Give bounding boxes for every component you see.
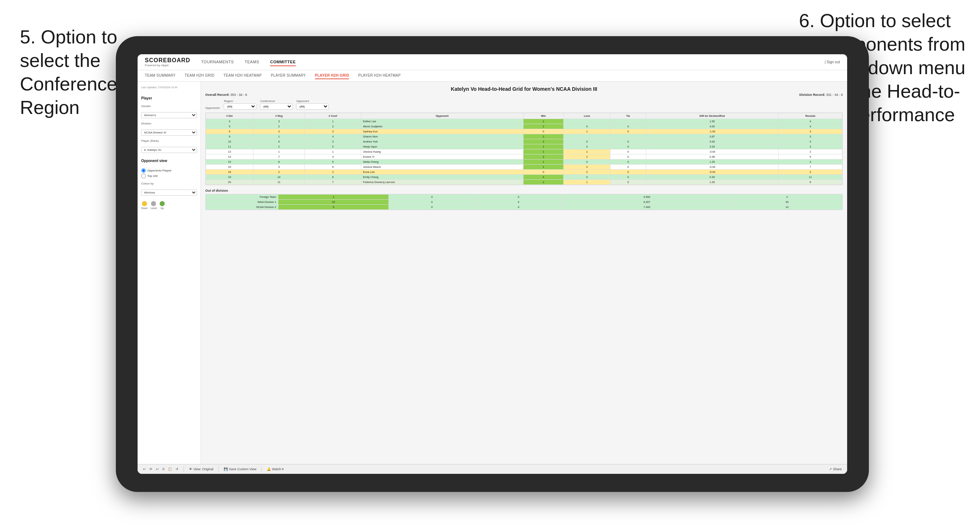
cell-div: 16 xyxy=(206,165,253,170)
th-conf: # Conf xyxy=(305,113,361,119)
cell-reg: 1 xyxy=(253,134,304,139)
down-color-dot xyxy=(142,201,147,206)
cell-diff: 3.33 xyxy=(646,144,778,149)
nav-teams[interactable]: TEAMS xyxy=(245,58,259,66)
out-of-division-table-wrap: Foreign Team 1 0 0 4.500 2 NAIA Division… xyxy=(205,194,843,210)
redo-icon[interactable]: ⟳ xyxy=(150,467,153,471)
cell-div: 9 xyxy=(206,134,253,139)
cell-div: 6 xyxy=(206,129,253,134)
sub-nav-player-h2h-heatmap[interactable]: PLAYER H2H HEATMAP xyxy=(358,72,400,79)
cell-conf: 3 xyxy=(305,129,361,134)
save-custom-btn[interactable]: 💾 Save Custom View xyxy=(224,467,256,471)
opponent-select[interactable]: (All) xyxy=(296,103,329,110)
cell-opponent: Alexis Sudjianto xyxy=(361,124,523,129)
cell-rounds: 4 xyxy=(778,119,842,124)
cell-reg: 3 xyxy=(253,129,304,134)
colour-by-select[interactable]: Win/loss xyxy=(141,189,197,196)
sub-nav-player-summary[interactable]: PLAYER SUMMARY xyxy=(271,72,306,79)
cell-tie xyxy=(610,119,646,124)
cell-opponent: Esther Lee xyxy=(361,119,523,124)
cell-ood-tie: 0 xyxy=(475,200,562,205)
sign-out-link[interactable]: | Sign out xyxy=(825,60,840,64)
cell-rounds: 4 xyxy=(778,160,842,165)
cell-tie: 0 xyxy=(610,129,646,134)
cell-ood-win: 15 xyxy=(278,200,389,205)
conference-select[interactable]: (All) xyxy=(260,103,293,110)
nav-tournaments[interactable]: TOURNAMENTS xyxy=(201,58,234,66)
th-tie: Tie xyxy=(610,113,646,119)
division-select[interactable]: NCAA Division III xyxy=(141,130,197,136)
up-label: Up xyxy=(161,207,164,210)
cell-win: 1 xyxy=(523,165,564,170)
table-row: 9 1 4 Sharon Mun 1 3.67 3 xyxy=(206,134,842,139)
undo2-icon[interactable]: ↩ xyxy=(156,467,159,471)
main-table-wrap: # Div # Reg # Conf Opponent Win Loss Tie… xyxy=(205,113,843,185)
radio-opponents-played[interactable]: Opponents Played xyxy=(141,168,197,173)
cell-ood-rounds: 30 xyxy=(732,200,842,205)
sub-nav-team-h2h-heatmap[interactable]: TEAM H2H HEATMAP xyxy=(223,72,262,79)
out-of-division-row: NAIA Division 1 15 0 0 9.267 30 xyxy=(206,200,842,205)
out-of-division-row: NCAA Division 2 5 0 0 7.400 10 xyxy=(206,205,842,210)
save-icon: 💾 xyxy=(224,467,228,471)
cell-loss: 2 xyxy=(564,170,610,175)
logo-area: SCOREBOARD Powered by clippd xyxy=(145,57,191,67)
table-row: 14 7 4 Eunice Yi 2 2 0 0.38 9 xyxy=(206,154,842,160)
level-label: Level xyxy=(151,207,157,210)
cell-reg: 1 xyxy=(253,149,304,154)
region-filter-group: Region (All) xyxy=(224,100,256,110)
opponents-filter-group: Opponents: xyxy=(205,106,220,110)
cell-diff: -5.00 xyxy=(646,170,778,175)
cell-diff: 1.33 xyxy=(646,180,778,185)
cell-ood-opponent: Foreign Team xyxy=(206,195,278,200)
opponents-label: Opponents: xyxy=(205,106,220,110)
table-row: 3 3 1 Esther Lee 1 1.50 4 xyxy=(206,119,842,124)
player-section-label: Player xyxy=(141,96,197,100)
table-row: 10 6 3 Andrea York 2 0 0 4.00 4 xyxy=(206,139,842,144)
cell-tie: 0 xyxy=(610,160,646,165)
cell-ood-tie: 0 xyxy=(475,205,562,210)
cell-div: 20 xyxy=(206,180,253,185)
table-row: 11 2 5 Heejo Hyun 1 0 0 3.33 3 xyxy=(206,144,842,149)
toolbar-divider-3 xyxy=(261,466,262,472)
paste-icon[interactable]: 📋 xyxy=(168,467,172,471)
cell-ood-tie: 0 xyxy=(475,195,562,200)
bottom-toolbar: ↩ ⟳ ↩ ⎘ 📋 ↺ 👁 View: Original 💾 Save Cust… xyxy=(138,464,847,474)
main-content: Last Updated: 27/03/2024 10:44 Player Ge… xyxy=(138,82,847,464)
conference-label: Conference xyxy=(260,100,293,103)
cell-ood-opponent: NCAA Division 2 xyxy=(206,205,278,210)
cell-win: 1 xyxy=(523,124,564,129)
th-reg: # Reg xyxy=(253,113,304,119)
gender-select[interactable]: Women's xyxy=(141,112,197,118)
tablet-device: SCOREBOARD Powered by clippd TOURNAMENTS… xyxy=(116,36,869,492)
player-rank-select[interactable]: 8. Katelyn Vo xyxy=(141,147,197,153)
th-win: Win xyxy=(523,113,564,119)
sub-nav-team-summary[interactable]: TEAM SUMMARY xyxy=(145,72,176,79)
cell-win: 2 xyxy=(523,180,564,185)
cell-rounds: 3 xyxy=(778,124,842,129)
cell-rounds: 3 xyxy=(778,134,842,139)
out-of-division-label: Out of division xyxy=(205,189,843,192)
radio-top100[interactable]: Top 100 xyxy=(141,174,197,178)
watch-btn[interactable]: 🔔 Watch ▾ xyxy=(267,467,284,471)
th-opponent: Opponent xyxy=(361,113,523,119)
share-btn[interactable]: ↗ Share xyxy=(829,467,842,471)
refresh-icon[interactable]: ↺ xyxy=(176,467,178,471)
cell-tie: 0 xyxy=(610,124,646,129)
cell-tie xyxy=(610,134,646,139)
nav-committee[interactable]: COMMITTEE xyxy=(270,58,296,66)
view-original-btn[interactable]: 👁 View: Original xyxy=(189,467,213,471)
cell-opponent: Heejo Hyun xyxy=(361,144,523,149)
copy-icon[interactable]: ⎘ xyxy=(162,467,164,471)
cell-diff: -0.94 xyxy=(646,165,778,170)
sub-nav-player-h2h-grid[interactable]: PLAYER H2H GRID xyxy=(315,72,349,79)
report-records: Overall Record: 353 - 34 - 6 Division Re… xyxy=(205,93,843,97)
region-label: Region xyxy=(224,100,256,103)
division-record: Division Record: 331 - 34 - 6 xyxy=(799,93,843,97)
sub-nav-team-h2h-grid[interactable]: TEAM H2H GRID xyxy=(185,72,214,79)
cell-conf: 1 xyxy=(305,149,361,154)
cell-rounds: 3 xyxy=(778,129,842,134)
cell-reg: 8 xyxy=(253,160,304,165)
cell-opponent: Jessica Huang xyxy=(361,149,523,154)
region-select[interactable]: (All) xyxy=(224,103,256,110)
undo-icon[interactable]: ↩ xyxy=(143,467,146,471)
